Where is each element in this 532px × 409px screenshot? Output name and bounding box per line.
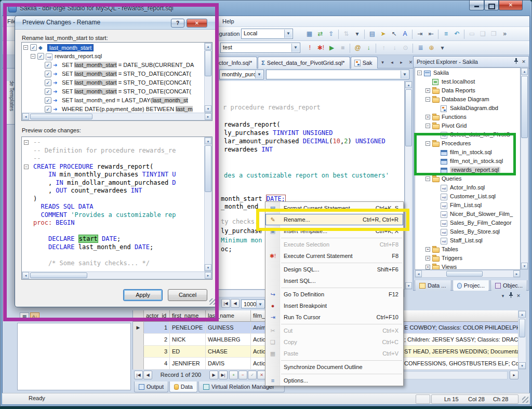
outdent-icon[interactable]: ⇤ — [425, 29, 436, 39]
menu-item-design-sql[interactable]: Design SQL...Shift+F6 — [265, 264, 403, 275]
window-minimize-button[interactable] — [469, 1, 484, 10]
tree-expander-icon[interactable]: − — [31, 54, 35, 59]
properties-list[interactable] — [17, 323, 131, 390]
chevron-down-icon[interactable]: ▼ — [284, 30, 292, 38]
grid-vertical-scrollbar[interactable]: ▴ ▾ — [518, 310, 526, 370]
bottom-tab-output[interactable]: Output — [134, 381, 168, 392]
toolbar-overflow2-icon[interactable]: ▾ — [437, 43, 448, 53]
explorer-item-procedures[interactable]: −Procedures — [415, 140, 521, 148]
tree-checkbox[interactable]: ✓ — [30, 44, 37, 51]
export-data-icon[interactable]: ↓ — [363, 43, 374, 53]
explorer-item-sakiladiagram-dbd[interactable]: SakilaDiagram.dbd — [415, 104, 521, 113]
explorer-item-sakila[interactable]: −Sakila — [415, 69, 521, 78]
new-document-icon[interactable]: ▤ — [367, 29, 378, 39]
explorer-item-film-not-in-stock-sql[interactable]: film_not_in_stock.sql — [415, 157, 521, 166]
explorer-tab-objec[interactable]: Objec... — [490, 280, 527, 291]
window-close-button[interactable] — [499, 1, 523, 10]
explorer-item-data-reports[interactable]: +Data Reports — [415, 87, 521, 96]
scroll-up-icon[interactable]: ▴ — [521, 68, 528, 75]
select-mode-icon[interactable]: ↖ — [389, 29, 400, 39]
debug-icon[interactable]: ▶ — [326, 43, 337, 53]
dialog-close-button[interactable]: ✕ — [187, 19, 207, 28]
execute-icon[interactable]: ! — [304, 43, 315, 53]
wizard-icon[interactable]: ⊕ — [426, 43, 437, 53]
tree-checkbox[interactable]: ✓ — [45, 62, 51, 69]
scrollbar-thumb[interactable] — [30, 114, 92, 119]
email-results-icon[interactable]: @ — [352, 43, 363, 53]
rename-tree-item[interactable]: −✓◆last_month_start — [22, 44, 204, 52]
schema-upload-icon[interactable]: ⇧ — [326, 29, 337, 39]
tree-expander-icon[interactable]: − — [23, 45, 28, 50]
record-prev-button[interactable]: ◀ — [143, 371, 152, 379]
explorer-item-database-diagram[interactable]: −Database Diagram — [415, 96, 521, 104]
chevron-down-icon[interactable]: ▼ — [291, 44, 299, 52]
configuration-combo[interactable]: Local ▼ — [241, 29, 293, 39]
resize-grip[interactable] — [522, 397, 528, 403]
explorer-item-triggers[interactable]: +Triggers — [415, 254, 521, 263]
menu-item-execute-current-statement[interactable]: ✱!Execute Current StatementF8 — [265, 250, 403, 262]
grid-cell[interactable]: CHASE — [206, 346, 251, 358]
chevron-down-icon[interactable]: ▼ — [255, 71, 263, 78]
pin-icon[interactable] — [512, 58, 520, 66]
dialog-help-button[interactable]: ? — [171, 19, 184, 28]
menu-item-insert-sql[interactable]: Insert SQL... — [265, 275, 403, 287]
explorer-horizontal-scrollbar[interactable]: ◂ ▸ — [415, 270, 521, 278]
scroll-down-icon[interactable]: ▾ — [205, 105, 211, 112]
grid-cell[interactable]: NICK — [170, 334, 206, 346]
tree-expander-icon[interactable]: + — [425, 265, 430, 269]
explorer-item-views[interactable]: +Views — [415, 263, 521, 270]
explorer-item-actor-info-sql[interactable]: sqlActor_Info.sql — [415, 184, 521, 193]
scrollbar-thumb[interactable] — [519, 319, 525, 337]
scroll-right-icon[interactable]: ▸ — [205, 113, 211, 120]
tree-expander-icon[interactable]: − — [425, 97, 430, 102]
grid-cell[interactable]: 4 — [144, 358, 170, 370]
schema-refresh-icon[interactable]: ⇄ — [315, 29, 326, 39]
tree-expander-icon[interactable]: + — [425, 88, 430, 93]
explorer-item-customer-list-sql[interactable]: sqlCustomer_List.sql — [415, 193, 521, 201]
grid-column-header[interactable]: actor_id — [144, 310, 170, 322]
explorer-tab-data[interactable]: Data ... — [415, 280, 451, 291]
rename-tree-item[interactable]: ✓➜WHERE DATE(p.payment_date) BETWEEN las… — [22, 105, 204, 113]
record-add-button[interactable]: + — [229, 371, 238, 379]
scroll-left-icon[interactable]: ◂ — [415, 270, 422, 277]
explorer-item-film-in-stock-sql[interactable]: film_in_stock.sql — [415, 148, 521, 157]
tree-checkbox[interactable]: ✓ — [45, 106, 51, 113]
scroll-up-icon[interactable]: ▴ — [205, 138, 211, 144]
fold-collapse-icon[interactable]: − — [24, 140, 29, 145]
explorer-item-functions[interactable]: +Functions — [415, 113, 521, 122]
toolbar-more-icon[interactable]: » — [499, 29, 510, 39]
tree-checkbox[interactable]: ✓ — [45, 97, 51, 104]
chevron-down-icon[interactable]: ▼ — [256, 301, 264, 307]
chevron-down-icon[interactable]: ▼ — [401, 71, 408, 78]
scroll-right-icon[interactable]: ▸ — [205, 272, 211, 279]
grid-row-marker[interactable] — [133, 334, 144, 346]
menu-item-run-to-cursor[interactable]: ⇥Run To CursorCtrl+F10 — [265, 311, 403, 323]
tree-checkbox[interactable]: ✓ — [45, 71, 51, 77]
pointer-icon[interactable]: ➤ — [378, 29, 389, 39]
rename-tree-item[interactable]: ✓➜SET last_month_start = DATE_SUB(CURREN… — [22, 61, 204, 70]
uncomment-icon[interactable]: ↶ — [451, 29, 462, 39]
explorer-item-queries[interactable]: −Queries — [415, 175, 521, 184]
scroll-up-icon[interactable]: ▴ — [518, 311, 526, 318]
explorer-vertical-scrollbar[interactable]: ▴ ▾ — [521, 67, 528, 270]
window-maximize-button[interactable] — [484, 1, 499, 10]
connection-combo[interactable]: test ▼ — [220, 43, 300, 53]
tree-expander-icon[interactable]: + — [425, 115, 430, 119]
grid-column-header[interactable]: last_name — [206, 310, 251, 322]
grid-cell[interactable]: 3 — [144, 346, 170, 358]
rename-tree-item[interactable]: ✓➜SET last_month_start = STR_TO_DATE(CON… — [22, 79, 204, 88]
scroll-right-icon[interactable]: ▸ — [513, 270, 520, 277]
tab-scroll-right-icon[interactable]: ▸ — [397, 59, 406, 67]
dialog-title-bar[interactable]: Preview Changes - Rename ? ✕ — [15, 16, 218, 30]
tree-expander-icon[interactable]: + — [425, 247, 430, 252]
tree-expander-icon[interactable]: − — [425, 124, 430, 128]
chevron-down-icon[interactable]: ▾ — [499, 292, 507, 300]
scrollbar-thumb[interactable] — [405, 89, 412, 146]
pin-icon[interactable] — [507, 292, 514, 300]
explorer-item-pivot-grid[interactable]: −Pivot Grid — [415, 122, 521, 131]
sort-az-button[interactable]: A↓ — [30, 312, 39, 321]
cancel-button[interactable]: Cancel — [168, 289, 207, 301]
record-post-button[interactable]: ✓ — [248, 371, 257, 379]
menu-item-format-current-statement[interactable]: ▤Format Current StatementCtrl+K, S — [265, 202, 403, 214]
scroll-down-icon[interactable]: ▾ — [405, 282, 412, 289]
